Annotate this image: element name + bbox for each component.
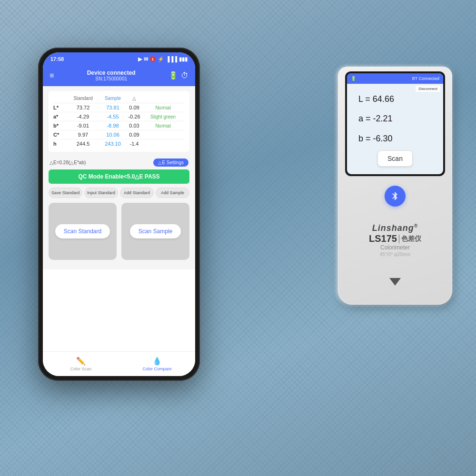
row-status-b: Normal <box>141 123 185 129</box>
brand-name-text: Linshang <box>372 223 414 233</box>
row-label-h: h <box>53 141 68 147</box>
row-delta-h: -1.4 <box>127 141 141 147</box>
add-standard-button[interactable]: Add Standard <box>120 188 154 198</box>
device-screen-frame: 🔋 BT Connected Disconnect L = 64.66 a = … <box>345 71 445 176</box>
row-delta-a: -0.26 <box>127 114 141 119</box>
delta-settings-button[interactable]: △E Settings <box>153 159 188 167</box>
device-bt-status: BT Connected <box>412 76 439 81</box>
device-L-reading: L = 64.66 <box>358 91 432 107</box>
col-standard-header: Standard <box>68 96 99 101</box>
disconnect-button[interactable]: Disconnect <box>416 86 440 92</box>
clock-icon: ⏱ <box>181 71 188 80</box>
battery-icon: 🔋 <box>169 71 178 80</box>
brand-spec: 45°/0° φ20mm <box>338 252 452 257</box>
device-a-reading: a = -2.21 <box>358 111 432 126</box>
brand-subtitle: Colorimeter <box>338 244 452 251</box>
hand-phone-area: 17:58 ▶ ✉ 1 ⚡ ▐▐▐ ▮▮▮ ≡ Device connected… <box>24 48 252 452</box>
row-standard-C: 9.97 <box>68 132 99 138</box>
status-icons: ▶ ✉ 1 ⚡ ▐▐▐ ▮▮▮ <box>138 56 188 62</box>
scan-standard-button[interactable]: Scan Standard <box>55 224 110 238</box>
nav-color-compare[interactable]: 💧 Color Compare <box>119 352 195 376</box>
row-label-b: b* <box>53 123 68 129</box>
row-sample-h: 243.10 <box>99 141 127 147</box>
add-sample-button[interactable]: Add Sample <box>156 188 189 198</box>
scan-sample-card: Scan Sample <box>121 203 189 260</box>
device-bluetooth-button[interactable] <box>385 186 406 207</box>
row-status-a: Slight green <box>141 114 185 119</box>
save-standard-button[interactable]: Save Standard <box>49 188 82 198</box>
status-time: 17:58 <box>50 56 64 62</box>
mail-icon: ✉ <box>144 56 148 62</box>
row-delta-C: 0.09 <box>127 132 141 138</box>
app-content: Standard Sample △ L* 73.72 73.81 0.09 No… <box>43 86 195 269</box>
a-label: a = <box>358 114 373 123</box>
scan-sample-button[interactable]: Scan Sample <box>130 224 181 238</box>
row-standard-h: 244.5 <box>68 141 99 147</box>
header-title: Device connected <box>59 69 164 76</box>
color-compare-icon: 💧 <box>152 357 162 366</box>
row-standard-b: -9.01 <box>68 123 99 129</box>
device-b-reading: b = -6.30 <box>358 131 432 146</box>
color-data-table: Standard Sample △ L* 73.72 73.81 0.09 No… <box>49 91 189 152</box>
row-sample-a: -4.55 <box>99 114 127 119</box>
device-readings-area: L = 64.66 a = -2.21 b = -6.30 Scan <box>353 88 437 170</box>
hamburger-icon[interactable]: ≡ <box>50 72 54 79</box>
brand-model-row: LS175 色差仪 <box>338 233 452 244</box>
nav-color-scan[interactable]: ✏️ Color Scan <box>43 352 119 376</box>
table-row: L* 73.72 73.81 0.09 Normal <box>53 103 185 112</box>
row-standard-a: -4.29 <box>68 114 99 119</box>
youtube-icon: ▶ <box>138 56 142 62</box>
row-label-C: C* <box>53 132 68 138</box>
delta-e-value: △E=0.28(△E*ab) <box>50 160 86 165</box>
qc-mode-bar: QC Mode Enable<5.0△E PASS <box>49 169 189 184</box>
col-delta-header: △ <box>127 96 141 101</box>
chinese-label: 色差仪 <box>401 235 421 243</box>
color-scan-icon: ✏️ <box>76 357 86 366</box>
row-label-L: L* <box>53 105 68 110</box>
device-screen: 🔋 BT Connected Disconnect L = 64.66 a = … <box>347 73 443 174</box>
brand-reg: ® <box>414 223 418 228</box>
device-arrow-indicator <box>389 278 401 286</box>
status-bar: 17:58 ▶ ✉ 1 ⚡ ▐▐▐ ▮▮▮ <box>43 52 195 66</box>
color-compare-label: Color Compare <box>142 367 171 371</box>
notification-icon: 1 <box>150 56 156 62</box>
row-delta-b: 0.03 <box>127 123 141 129</box>
table-row: C* 9.97 10.06 0.09 <box>53 130 185 139</box>
row-label-a: a* <box>53 114 68 119</box>
row-sample-C: 10.06 <box>99 132 127 138</box>
row-delta-L: 0.09 <box>127 105 141 110</box>
device-status-bar: 🔋 BT Connected <box>347 73 443 84</box>
L-value: 64.66 <box>373 94 394 104</box>
device-body: 🔋 BT Connected Disconnect L = 64.66 a = … <box>338 67 452 305</box>
signal-icon: ▐▐▐ <box>166 56 177 62</box>
app-header: ≡ Device connected SN:175000001 🔋 ⏱ <box>43 66 195 86</box>
table-row: a* -4.29 -4.55 -0.26 Slight green <box>53 112 185 121</box>
table-header: Standard Sample △ <box>53 95 185 103</box>
row-standard-L: 73.72 <box>68 105 99 110</box>
phone-screen: 17:58 ▶ ✉ 1 ⚡ ▐▐▐ ▮▮▮ ≡ Device connected… <box>43 52 195 376</box>
header-sn: SN:175000001 <box>59 76 164 81</box>
header-right-icons: 🔋 ⏱ <box>169 71 188 80</box>
device-battery-icon: 🔋 <box>351 76 356 81</box>
device-brand: Linshang® LS175 色差仪 Colorimeter 45°/0° φ… <box>338 223 452 257</box>
col-sample-header: Sample <box>99 96 127 101</box>
input-standard-button[interactable]: Input Standard <box>84 188 118 198</box>
L-label: L = <box>358 94 373 104</box>
a-value: -2.21 <box>373 114 393 123</box>
ls175-device: 🔋 BT Connected Disconnect L = 64.66 a = … <box>328 38 462 324</box>
phone-shell: 17:58 ▶ ✉ 1 ⚡ ▐▐▐ ▮▮▮ ≡ Device connected… <box>38 48 200 381</box>
bottom-nav: ✏️ Color Scan 💧 Color Compare <box>43 351 195 376</box>
row-status-L: Normal <box>141 105 185 110</box>
table-row: b* -9.01 -8.98 0.03 Normal <box>53 121 185 130</box>
header-text: Device connected SN:175000001 <box>59 69 164 81</box>
row-sample-L: 73.81 <box>99 105 127 110</box>
b-value: -6.30 <box>373 134 393 143</box>
model-number: LS175 <box>369 233 397 244</box>
row-sample-b: -8.98 <box>99 123 127 129</box>
delta-info-row: △E=0.28(△E*ab) △E Settings <box>49 156 189 169</box>
device-scan-button[interactable]: Scan <box>377 150 413 167</box>
scan-buttons-area: Scan Standard Scan Sample <box>49 203 189 260</box>
table-row: h 244.5 243.10 -1.4 <box>53 139 185 148</box>
brand-name: Linshang® <box>338 223 452 233</box>
scan-standard-card: Scan Standard <box>49 203 117 260</box>
